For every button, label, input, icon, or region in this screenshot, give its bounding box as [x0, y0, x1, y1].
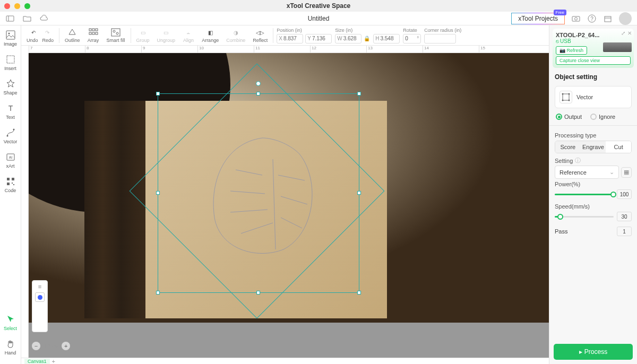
smartfill-button[interactable]: Smart fill: [105, 28, 127, 43]
maximize-window[interactable]: [24, 3, 30, 9]
zoom-in-button[interactable]: +: [62, 342, 70, 350]
avatar[interactable]: [619, 12, 632, 25]
selection-box[interactable]: [158, 93, 359, 293]
align-button[interactable]: ⫠Align: [180, 28, 196, 43]
redo-icon[interactable]: ↷: [41, 28, 53, 37]
tool-vector[interactable]: Vector: [0, 126, 21, 145]
material-select[interactable]: Reference ⌄: [555, 166, 619, 179]
speed-slider[interactable]: [555, 216, 614, 218]
rotate-input[interactable]: 0°: [403, 34, 421, 44]
combine-button[interactable]: ◑Combine: [224, 28, 247, 43]
power-value[interactable]: 100: [617, 189, 632, 199]
add-canvas-button[interactable]: +: [52, 358, 55, 365]
object-type-label: Vector: [576, 94, 593, 100]
document-title[interactable]: Untitled: [308, 15, 330, 22]
svg-rect-23: [89, 32, 91, 34]
resize-handle-s[interactable]: [256, 291, 260, 294]
svg-rect-29: [563, 94, 569, 100]
canvas-viewport[interactable]: 7 8 9 10 11 12 13 14 15: [21, 46, 549, 358]
resize-handle-e[interactable]: [357, 191, 361, 195]
power-slider[interactable]: [555, 194, 614, 195]
capture-close-view-button[interactable]: Capture close view: [556, 56, 631, 65]
pass-input[interactable]: 1: [617, 227, 632, 236]
output-radio[interactable]: Output: [556, 114, 582, 120]
refresh-button[interactable]: 📷 Refresh: [556, 46, 587, 55]
svg-rect-24: [92, 32, 94, 34]
cloud-icon[interactable]: [39, 14, 49, 23]
resize-handle-sw[interactable]: [156, 291, 160, 294]
info-icon[interactable]: ⓘ: [575, 157, 581, 164]
ruler-horizontal: 7 8 9 10 11 12 13 14 15: [29, 46, 549, 53]
tool-image[interactable]: Image: [0, 29, 21, 48]
tool-insert[interactable]: Insert: [0, 53, 21, 72]
tool-hand[interactable]: Hand: [0, 337, 21, 357]
process-button[interactable]: ▸ Process: [554, 344, 633, 360]
layer-panel[interactable]: ≡: [32, 280, 48, 332]
camera-icon[interactable]: [571, 14, 581, 23]
svg-rect-7: [6, 31, 15, 39]
tool-shape[interactable]: Shape: [0, 77, 21, 97]
score-button[interactable]: Score: [555, 141, 581, 153]
position-y-input[interactable]: Y7.136: [305, 34, 332, 44]
device-close-icon[interactable]: ✕: [627, 30, 632, 36]
projects-button[interactable]: xTool Projects Free: [511, 13, 565, 24]
material-library-button[interactable]: ▦: [621, 167, 632, 178]
package-icon[interactable]: [603, 14, 613, 23]
outline-button[interactable]: Outline: [63, 28, 82, 43]
output-ignore-radio: Output Ignore: [549, 110, 637, 123]
panel-toggle-icon[interactable]: [5, 14, 15, 23]
rotate-handle[interactable]: [256, 81, 261, 86]
size-w-input[interactable]: W3.628: [335, 34, 361, 44]
help-icon[interactable]: ?: [587, 14, 597, 23]
tool-text[interactable]: TText: [0, 102, 21, 121]
array-button[interactable]: Array: [85, 28, 101, 43]
zoom-out-button[interactable]: −: [32, 342, 40, 350]
svg-rect-9: [7, 56, 14, 63]
minimize-window[interactable]: [14, 3, 20, 9]
titlebar: xTool Creative Space: [0, 0, 637, 12]
svg-point-12: [13, 129, 14, 131]
svg-point-27: [113, 30, 115, 32]
device-card: ⤢ ✕ XTOOL-P2_64... ⎋USB 📷 Refresh Captur…: [553, 29, 634, 68]
engrave-button[interactable]: Engrave: [581, 141, 606, 153]
svg-rect-0: [6, 16, 14, 21]
size-h-input[interactable]: H3.548: [373, 34, 400, 44]
corner-input[interactable]: [424, 34, 456, 44]
lock-aspect-icon[interactable]: 🔒: [364, 36, 371, 41]
layer-swatch[interactable]: [35, 292, 45, 302]
position-x-input[interactable]: X8.837: [277, 34, 303, 44]
tool-code[interactable]: Code: [0, 175, 21, 194]
group-button[interactable]: ▭Group: [134, 28, 152, 43]
svg-point-28: [116, 32, 118, 34]
resize-handle-ne[interactable]: [357, 92, 361, 96]
close-window[interactable]: [4, 3, 10, 9]
canvas-background: [29, 53, 549, 358]
object-type-card[interactable]: Vector: [555, 86, 632, 108]
processing-type-segment: Score Engrave Cut: [555, 141, 632, 153]
speed-slider-row: Speed(mm/s) 30: [549, 201, 637, 223]
svg-text:T: T: [8, 104, 13, 112]
resize-handle-se[interactable]: [357, 291, 361, 294]
svg-rect-25: [96, 32, 98, 34]
cut-button[interactable]: Cut: [606, 141, 631, 153]
reflect-button[interactable]: ◁▷Reflect: [251, 28, 270, 43]
ignore-radio[interactable]: Ignore: [590, 114, 615, 120]
layer-panel-icon[interactable]: ≡: [35, 283, 45, 290]
device-expand-icon[interactable]: ⤢: [621, 30, 625, 36]
tool-xart[interactable]: AIxArt: [0, 151, 21, 170]
usb-icon: ⎋: [556, 38, 559, 44]
resize-handle-w[interactable]: [156, 191, 160, 195]
arrange-button[interactable]: ◧Arrange: [200, 28, 221, 43]
svg-rect-15: [7, 178, 10, 180]
ungroup-button[interactable]: ▭Ungroup: [155, 28, 178, 43]
resize-handle-n[interactable]: [256, 92, 260, 96]
zoom-value[interactable]: 100%: [44, 343, 58, 349]
folder-icon[interactable]: [22, 14, 32, 23]
resize-handle-nw[interactable]: [156, 92, 160, 96]
undo-icon[interactable]: ↶: [28, 28, 39, 37]
property-toolbar: ↶ ↷ Undo Redo Outline Array Smart fill ▭…: [21, 25, 549, 46]
tool-select[interactable]: Select: [0, 313, 21, 332]
speed-value[interactable]: 30: [617, 212, 632, 221]
canvas-tab-1[interactable]: Canvas1: [24, 359, 50, 364]
svg-point-33: [569, 100, 570, 101]
